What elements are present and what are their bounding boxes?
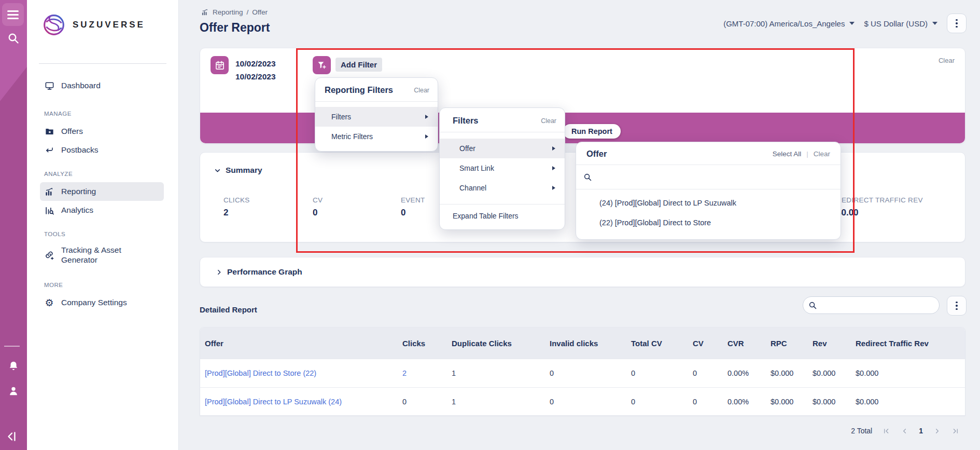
column-header[interactable]: CV <box>693 339 727 348</box>
search-icon[interactable] <box>6 31 21 46</box>
column-header[interactable]: Total CV <box>631 339 693 348</box>
column-header[interactable]: RPC <box>771 339 813 348</box>
timezone-select[interactable]: (GMT-07:00) America/Los_Angeles <box>723 19 855 28</box>
table-header-row: Offer Clicks Duplicate Clicks Invalid cl… <box>200 328 965 359</box>
stat-value: 0 <box>313 208 323 218</box>
column-header[interactable]: Invalid clicks <box>550 339 631 348</box>
stat-label: EVENT <box>401 196 425 204</box>
currency-value: $ US Dollar (USD) <box>864 19 928 28</box>
stat-event: EVENT 0 <box>401 196 425 218</box>
reporting-filters-clear[interactable]: Clear <box>414 87 429 94</box>
menu-item-channel[interactable]: Channel <box>440 178 565 198</box>
rail-divider <box>4 346 20 347</box>
summary-toggle[interactable]: Summary <box>214 166 262 175</box>
sidebar-item-postbacks[interactable]: Postbacks <box>40 141 164 159</box>
header-kebab-button[interactable] <box>947 13 967 33</box>
clicks-value[interactable]: 2 <box>402 369 452 377</box>
column-header[interactable]: Clicks <box>402 339 452 348</box>
offer-search-row[interactable] <box>576 165 841 189</box>
breadcrumb-page: Offer <box>252 8 268 16</box>
performance-graph-toggle[interactable]: Performance Graph <box>216 267 302 277</box>
offer-link[interactable]: [Prod][Global] Direct to Store (22) <box>200 369 402 377</box>
menu-item-label: Expand Table Filters <box>440 212 519 220</box>
calendar-icon[interactable] <box>211 56 229 74</box>
hamburger-menu-button[interactable] <box>2 3 24 26</box>
cell: 0 <box>693 369 727 377</box>
sidebar-item-company-settings[interactable]: ⚙ Company Settings <box>40 293 164 312</box>
sidebar-item-reporting[interactable]: Reporting <box>40 182 164 201</box>
bar-chart-icon <box>44 186 54 197</box>
menu-item-label: Metric Filters <box>315 132 373 141</box>
menu-item-metric-filters[interactable]: Metric Filters <box>315 127 438 146</box>
sidebar-item-label: Postbacks <box>61 145 99 155</box>
offer-clear-link[interactable]: Clear <box>814 150 830 158</box>
breadcrumb-section[interactable]: Reporting <box>213 8 243 16</box>
offer-option[interactable]: (24) [Prod][Global] Direct to LP Suzuwal… <box>599 199 841 207</box>
offer-popup-title: Offer <box>586 149 607 159</box>
stat-value: 2 <box>223 208 250 218</box>
filter-clear-link[interactable]: Clear <box>939 57 955 64</box>
table-row: [Prod][Global] Direct to LP Suzuwalk (24… <box>200 387 965 416</box>
table-kebab-button[interactable] <box>947 296 967 316</box>
submenu-arrow-icon <box>425 115 428 119</box>
breadcrumb-separator: / <box>247 8 249 16</box>
folder-star-icon <box>44 126 54 137</box>
offer-link[interactable]: [Prod][Global] Direct to LP Suzuwalk (24… <box>200 398 402 406</box>
offer-filter-popup: Offer Select All | Clear (24) [Prod][Glo… <box>576 142 841 240</box>
filters-popup: Filters Clear Offer Smart Link Channel E… <box>439 107 565 230</box>
sidebar-item-offers[interactable]: Offers <box>40 122 164 141</box>
expand-table-filters[interactable]: Expand Table Filters <box>440 204 565 227</box>
add-filter-icon[interactable] <box>313 56 331 74</box>
column-header[interactable]: Offer <box>200 339 402 348</box>
column-header[interactable]: Duplicate Clicks <box>452 339 550 348</box>
next-page-icon[interactable] <box>933 427 941 435</box>
brand-name: SUZUVERSE <box>73 20 145 30</box>
first-page-icon[interactable] <box>883 427 890 435</box>
analytics-search-icon <box>44 205 54 215</box>
menu-item-offer[interactable]: Offer <box>440 139 565 158</box>
collapse-sidebar-icon[interactable] <box>4 429 20 444</box>
sidebar-item-label: Dashboard <box>61 81 101 90</box>
summary-title: Summary <box>226 166 262 175</box>
sidebar-item-dashboard[interactable]: Dashboard <box>40 76 164 95</box>
offer-option[interactable]: (22) [Prod][Global] Direct to Store <box>599 219 841 227</box>
bell-icon[interactable] <box>7 359 20 373</box>
column-header[interactable]: Rev <box>813 339 856 348</box>
filters-title: Filters <box>453 116 479 126</box>
submenu-arrow-icon <box>425 134 428 139</box>
select-all-link[interactable]: Select All <box>773 150 802 158</box>
chevron-down-icon <box>214 167 221 174</box>
table-search-input[interactable] <box>820 297 939 313</box>
brand-logo[interactable]: SUZUVERSE <box>43 12 178 37</box>
clicks-value: 0 <box>402 398 452 406</box>
submenu-arrow-icon <box>552 146 555 151</box>
menu-item-label: Offer <box>440 144 475 153</box>
menu-item-filters[interactable]: Filters <box>315 107 438 127</box>
column-header[interactable]: CVR <box>727 339 771 348</box>
sidebar-item-tracking-asset-generator[interactable]: Tracking & Asset Generator <box>40 242 159 267</box>
user-icon[interactable] <box>7 384 20 398</box>
date-from[interactable]: 10/02/2023 <box>235 57 276 70</box>
add-filter-button[interactable]: Add Filter <box>335 58 382 72</box>
column-header[interactable]: Redirect Traffic Rev <box>856 339 965 348</box>
offer-report-page: SUZUVERSE Dashboard MANAGE Offers <box>0 0 980 450</box>
stat-label: CV <box>313 196 323 204</box>
table-search[interactable] <box>803 296 940 314</box>
table-row: [Prod][Global] Direct to Store (22) 2 1 … <box>200 359 965 387</box>
search-icon <box>583 173 592 182</box>
sidebar-item-analytics[interactable]: Analytics <box>40 201 164 220</box>
menu-item-smart-link[interactable]: Smart Link <box>440 158 565 178</box>
last-page-icon[interactable] <box>951 427 959 435</box>
currency-select[interactable]: $ US Dollar (USD) <box>864 19 937 28</box>
run-report-button[interactable]: Run Report <box>563 124 621 139</box>
date-to[interactable]: 10/02/2023 <box>235 70 276 83</box>
page-title: Offer Report <box>200 21 270 35</box>
filters-clear[interactable]: Clear <box>541 117 556 125</box>
date-range[interactable]: 10/02/2023 10/02/2023 <box>235 57 276 83</box>
offer-search-input[interactable] <box>596 173 841 181</box>
cell: 0 <box>693 398 727 406</box>
current-page[interactable]: 1 <box>919 427 923 435</box>
cell: 0 <box>631 398 693 406</box>
prev-page-icon[interactable] <box>901 427 908 435</box>
detailed-report-title: Detailed Report <box>200 305 257 314</box>
